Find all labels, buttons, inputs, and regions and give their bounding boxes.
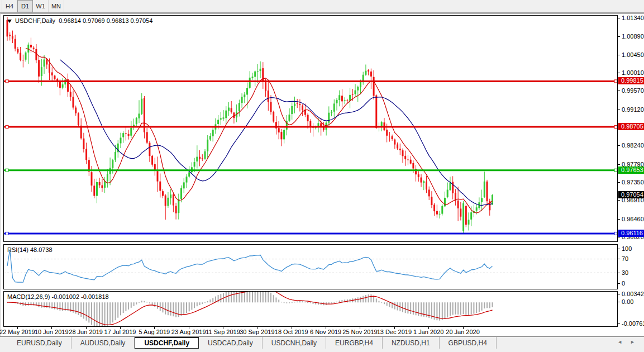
price-axis-tick-label: 1.01340 bbox=[622, 15, 644, 21]
macd-panel[interactable]: MACD(12,26,9) -0.001002 -0.001818 bbox=[3, 291, 618, 327]
price-axis-tick bbox=[618, 145, 620, 146]
hline-price-label: 0.97653 bbox=[618, 167, 644, 174]
time-axis-date-label: 23 Aug 2019 bbox=[171, 329, 206, 335]
price-axis-tick-label: 1.00010 bbox=[622, 69, 644, 76]
time-axis-date-label: 25 Nov 2019 bbox=[342, 329, 377, 335]
chart-title: USDCHF,Daily 0.96814 0.97069 0.96813 0.9… bbox=[7, 17, 152, 24]
symbol-tab-audusd[interactable]: AUDUSD,Daily bbox=[71, 337, 135, 349]
price-axis-tick bbox=[618, 237, 620, 237]
macd-indicator-label: MACD(12,26,9) -0.001002 -0.001818 bbox=[7, 293, 109, 300]
time-axis-date-label: 10 Jun 2019 bbox=[35, 329, 69, 335]
price-axis: 1.013401.008901.004501.000100.995700.991… bbox=[618, 14, 644, 336]
time-axis: 22 May 201910 Jun 201928 Jun 201917 Jul … bbox=[3, 327, 618, 336]
symbol-tab-gbpusd[interactable]: GBPUSD,H4 bbox=[440, 337, 497, 349]
timeframe-toolbar: H4D1W1MN bbox=[0, 0, 644, 13]
price-axis-tick bbox=[618, 36, 620, 37]
price-axis-tick bbox=[618, 55, 620, 55]
timeframe-button-d1[interactable]: D1 bbox=[17, 0, 33, 12]
symbol-tab-eurgbp[interactable]: EURGBP,H4 bbox=[326, 337, 383, 349]
price-axis-tick bbox=[618, 110, 620, 110]
chart-menu-arrow-icon[interactable] bbox=[7, 20, 12, 23]
price-axis-tick bbox=[618, 182, 620, 183]
timeframe-button-mn[interactable]: MN bbox=[49, 0, 64, 12]
rsi-axis-tick-label: 100 bbox=[622, 245, 632, 252]
price-axis-tick bbox=[618, 200, 620, 201]
time-axis-date-label: 18 Oct 2019 bbox=[275, 329, 308, 335]
time-axis-date-label: 22 May 2019 bbox=[0, 329, 35, 335]
current-price-label: 0.97054 bbox=[618, 191, 644, 198]
symbol-tabbar: EURUSD,DailyAUDUSD,DailyUSDCHF,DailyUSDC… bbox=[0, 336, 644, 352]
tab-scroll-right-icon[interactable]: ► bbox=[630, 339, 635, 345]
price-axis-tick-label: 0.99120 bbox=[622, 106, 644, 113]
price-axis-tick-label: 1.00890 bbox=[622, 33, 644, 40]
hline-price-label: 0.99815 bbox=[618, 77, 644, 84]
main-price-panel[interactable]: USDCHF,Daily 0.96814 0.97069 0.96813 0.9… bbox=[3, 15, 618, 242]
time-axis-date-label: 28 Jun 2019 bbox=[69, 329, 103, 335]
price-axis-tick-label: 0.97350 bbox=[622, 179, 644, 185]
time-axis-date-label: 1 Jan 2020 bbox=[413, 329, 443, 335]
time-axis-date-label: 11 Sep 2019 bbox=[206, 329, 240, 335]
price-axis-tick bbox=[618, 164, 620, 165]
price-axis-tick bbox=[618, 91, 620, 91]
hline-price-label: 0.98705 bbox=[618, 123, 644, 130]
price-axis-tick-label: 0.98240 bbox=[622, 142, 644, 149]
time-axis-date-label: 6 Nov 2019 bbox=[310, 329, 341, 335]
window-left-edge bbox=[1, 13, 1, 336]
symbol-tab-usdchf[interactable]: USDCHF,Daily bbox=[135, 337, 199, 349]
time-axis-date-label: 13 Dec 2019 bbox=[377, 329, 412, 335]
price-axis-tick-label: 0.99570 bbox=[622, 87, 644, 94]
symbol-tab-eurusd[interactable]: EURUSD,Daily bbox=[8, 337, 71, 349]
rsi-indicator-label: RSI(14) 48.0738 bbox=[7, 246, 53, 253]
price-axis-tick bbox=[618, 73, 620, 73]
rsi-axis-tick-label: 30 bbox=[622, 269, 628, 276]
timeframe-button-w1[interactable]: W1 bbox=[33, 0, 49, 12]
macd-axis-tick-label: -0.007615 bbox=[622, 320, 644, 327]
rsi-axis-tick-label: 70 bbox=[622, 255, 628, 262]
rsi-chart-canvas[interactable] bbox=[4, 245, 617, 289]
time-axis-date-label: 5 Aug 2019 bbox=[139, 329, 170, 335]
rsi-axis-tick-label: 0 bbox=[622, 280, 625, 287]
price-axis-tick-label: 1.00450 bbox=[622, 51, 644, 58]
timeframe-button-h4[interactable]: H4 bbox=[2, 0, 17, 12]
symbol-tab-usdcnh[interactable]: USDCNH,Daily bbox=[263, 337, 326, 349]
chart-symbol-label: USDCHF,Daily bbox=[15, 17, 55, 24]
symbol-tab-usdcad[interactable]: USDCAD,Daily bbox=[199, 337, 263, 349]
symbol-tab-nzdusd[interactable]: NZDUSD,H1 bbox=[383, 337, 440, 349]
macd-axis-tick-label: 0.00 bbox=[622, 298, 633, 305]
time-axis-date-label: 30 Sep 2019 bbox=[240, 329, 274, 335]
price-axis-tick bbox=[618, 219, 620, 220]
candlestick-chart-canvas[interactable] bbox=[4, 16, 617, 241]
price-axis-tick bbox=[618, 18, 620, 18]
hline-price-label: 0.96116 bbox=[618, 230, 644, 237]
window-top-edge bbox=[0, 13, 644, 14]
price-axis-tick-label: 0.96460 bbox=[622, 216, 644, 222]
macd-axis-tick-label: 0.003428 bbox=[622, 291, 644, 297]
time-axis-date-label: 17 Jul 2019 bbox=[104, 329, 136, 335]
time-axis-date-label: 20 Jan 2020 bbox=[446, 329, 480, 335]
tab-scroll-left-icon[interactable]: ◄ bbox=[617, 339, 622, 345]
chart-ohlc-readout: 0.96814 0.97069 0.96813 0.97054 bbox=[59, 17, 152, 24]
rsi-panel[interactable]: RSI(14) 48.0738 bbox=[3, 244, 618, 289]
